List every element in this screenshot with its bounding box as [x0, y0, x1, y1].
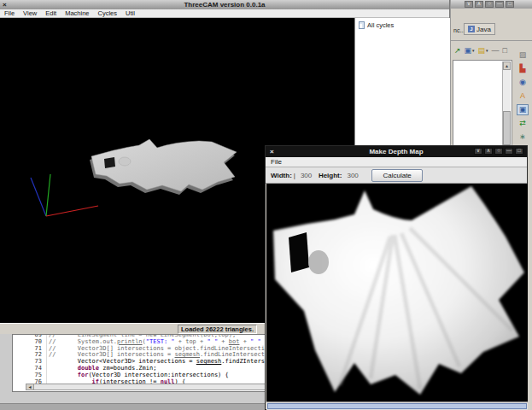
code-segment: Vector<Vector3D> intersections = [49, 358, 196, 365]
perspective-bar: nc... J Java [451, 20, 532, 38]
x-axis [46, 206, 98, 216]
code-segment: + [239, 338, 250, 345]
bat-mesh-3d [90, 139, 237, 195]
chart-icon[interactable]: ▙ [517, 63, 529, 74]
depth-map-menubar: File [266, 157, 527, 167]
make-depth-map-window: × Make Depth Map ∨∧○—□ File Width: | 300… [265, 145, 528, 410]
scroll-left-icon[interactable]: ◂ [26, 384, 34, 390]
toolbar-separator [451, 40, 532, 41]
code-segment: segmesh [175, 351, 201, 358]
depth-map-view[interactable] [266, 184, 528, 401]
chevron-down-icon: ▾ [486, 46, 488, 55]
run-icon[interactable]: ↗ [454, 46, 461, 55]
width-field[interactable]: 300 [301, 172, 314, 179]
menubar: FileViewEditMachineCyclesUtil [0, 9, 449, 18]
depth-map-titlebar[interactable]: × Make Depth Map ∨∧○—□ [266, 146, 527, 157]
calculate-button[interactable]: Calculate [371, 169, 422, 182]
code-segment: zm=bounds.Zmin; [99, 365, 156, 372]
chevron-down-icon: ▾ [472, 46, 475, 55]
minimize-button[interactable]: — [495, 1, 504, 8]
code-segment: "TEST: " [146, 338, 175, 345]
breakpoint-icon[interactable]: ◉ [517, 77, 529, 88]
settings-icon[interactable]: ∗ [517, 132, 529, 143]
depth-menu-file[interactable]: File [266, 157, 287, 167]
code-segment: + top + [175, 338, 208, 345]
menu-view[interactable]: View [19, 9, 41, 17]
maximize-pane-icon-glyph: □ [503, 46, 507, 55]
mesh-boss [119, 157, 131, 166]
line-number: 70 [13, 339, 47, 346]
run-icon-glyph: ↗ [454, 46, 461, 55]
code-segment [49, 372, 78, 378]
eclipse-window-controls: ∨∧○—□ [465, 1, 514, 8]
window-title: ThreeCAM version 0.0.1a [0, 1, 449, 9]
depth-hole [289, 232, 309, 272]
new-wizard-icon[interactable]: ▣▾ [465, 46, 475, 55]
origin-axes [31, 174, 98, 216]
unshade-button[interactable]: ∧ [475, 1, 483, 8]
pencil-icon[interactable]: ▨ [517, 50, 529, 61]
code-segment: bot [229, 338, 240, 345]
annotation-icon[interactable]: A [517, 91, 529, 102]
console-icon[interactable]: ▣ [517, 104, 529, 115]
threecam-titlebar[interactable]: × ThreeCAM version 0.0.1a [0, 0, 449, 9]
java-icon: J [468, 26, 475, 32]
fastview-bar: ▨▙◉A▣⇄∗▭ [514, 50, 531, 156]
desktop: ∨∧○—□ nc... J Java ↗▣▾▤▾—□ ▲ ▨▙◉A▣⇄∗▭ × … [0, 0, 532, 410]
depth-map-toolbar: Width: | 300 Height: 300 Calculate [266, 167, 527, 184]
minimize-pane-icon-glyph: — [492, 46, 500, 55]
shade-button[interactable]: ∨ [465, 1, 473, 8]
perspective-java-button[interactable]: J Java [464, 23, 495, 35]
depth-map-image [266, 184, 528, 401]
options-button[interactable]: ○ [485, 1, 494, 8]
code-segment: // System.out. [49, 338, 117, 345]
depth-map-window-controls: ∨∧○—□ [474, 148, 523, 155]
line-number: 71 [13, 346, 47, 353]
code-segment: + [218, 338, 229, 345]
code-segment: // Vector3D[] intersections = object.fin… [49, 345, 294, 352]
menu-machine[interactable]: Machine [61, 9, 93, 17]
y-axis [46, 174, 50, 216]
menu-cycles[interactable]: Cycles [94, 9, 122, 17]
line-number: 73 [13, 359, 47, 366]
status-message: Loaded 26222 triangles. [178, 325, 257, 334]
depth-boss [308, 250, 329, 274]
code-segment: (Vector3D intersection:intersections) { [88, 372, 228, 378]
open-element-icon-glyph: ▤ [478, 46, 486, 55]
text-cursor: | [294, 172, 295, 179]
code-segment: for [78, 372, 89, 378]
depth-scrollbar-thumb[interactable] [267, 403, 527, 409]
scroll-up-icon[interactable]: ▲ [503, 62, 511, 70]
menu-file[interactable]: File [0, 9, 19, 17]
maximize-button[interactable]: □ [506, 1, 514, 8]
options-button[interactable]: ○ [494, 148, 503, 155]
sync-icon[interactable]: ⇄ [517, 118, 529, 129]
menu-util[interactable]: Util [121, 9, 139, 17]
menu-edit[interactable]: Edit [41, 9, 61, 17]
perspective-java-label: Java [476, 26, 491, 33]
depth-bat-shape [273, 186, 524, 395]
width-label: Width: [271, 172, 292, 179]
maximize-pane-icon[interactable]: □ [503, 46, 507, 55]
document-icon [359, 21, 365, 29]
scrollbar-thumb[interactable] [503, 111, 511, 145]
shade-button[interactable]: ∨ [474, 148, 482, 155]
tree-item-label: All cycles [367, 21, 394, 29]
code-segment: " " [250, 338, 261, 345]
tree-item-all-cycles[interactable]: All cycles [355, 18, 450, 29]
z-axis [31, 178, 46, 216]
line-number: 72 [13, 352, 47, 359]
height-field[interactable]: 300 [347, 172, 360, 179]
code-segment [49, 365, 78, 372]
new-wizard-icon-glyph: ▣ [465, 46, 472, 55]
depth-horizontal-scrollbar[interactable] [266, 401, 528, 410]
eclipse-titlebar[interactable]: ∨∧○—□ [451, 0, 532, 9]
maximize-button[interactable]: □ [515, 148, 523, 155]
open-element-icon[interactable]: ▤▾ [478, 46, 488, 55]
minimize-pane-icon[interactable]: — [492, 46, 500, 55]
mesh-hole [104, 157, 115, 168]
unshade-button[interactable]: ∧ [484, 148, 493, 155]
code-segment: segmesh [196, 358, 222, 365]
minimize-button[interactable]: — [505, 148, 513, 155]
code-segment: println [117, 338, 143, 345]
